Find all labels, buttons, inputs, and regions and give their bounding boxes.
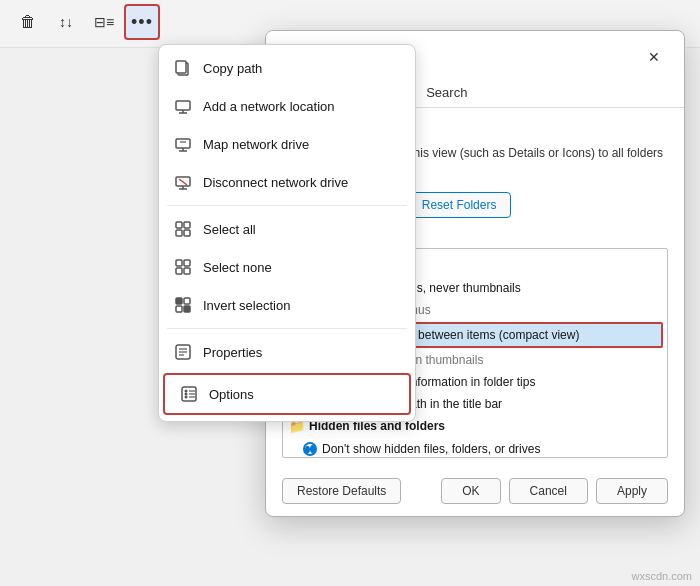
more-options-button[interactable]: ••• <box>124 4 160 40</box>
svg-rect-5 <box>176 139 190 148</box>
menu-item-select-none[interactable]: Select none <box>159 248 415 286</box>
select-none-icon <box>173 257 193 277</box>
svg-rect-18 <box>184 260 190 266</box>
svg-point-34 <box>185 396 188 399</box>
action-buttons: OK Cancel Apply <box>441 478 668 504</box>
disconnect-drive-label: Disconnect network drive <box>203 175 348 190</box>
map-drive-label: Map network drive <box>203 137 309 152</box>
ok-button[interactable]: OK <box>441 478 500 504</box>
svg-rect-2 <box>176 101 190 110</box>
properties-icon <box>173 342 193 362</box>
tree-label: Don't show hidden files, folders, or dri… <box>322 440 540 458</box>
svg-rect-16 <box>184 230 190 236</box>
select-none-label: Select none <box>203 260 272 275</box>
tab-search[interactable]: Search <box>412 79 481 108</box>
select-all-icon <box>173 219 193 239</box>
svg-rect-21 <box>176 298 182 304</box>
disconnect-drive-icon <box>173 172 193 192</box>
sort-icon: ↕↓ <box>59 14 73 30</box>
svg-rect-17 <box>176 260 182 266</box>
invert-selection-icon <box>173 295 193 315</box>
svg-rect-13 <box>176 222 182 228</box>
menu-item-map-drive[interactable]: Map network drive <box>159 125 415 163</box>
svg-rect-14 <box>184 222 190 228</box>
svg-rect-20 <box>184 268 190 274</box>
options-icon <box>179 384 199 404</box>
menu-item-add-network[interactable]: Add a network location <box>159 87 415 125</box>
invert-selection-label: Invert selection <box>203 298 290 313</box>
copy-path-icon <box>173 58 193 78</box>
sort-button[interactable]: ↕↓ <box>48 4 84 40</box>
menu-item-invert-selection[interactable]: Invert selection <box>159 286 415 324</box>
properties-label: Properties <box>203 345 262 360</box>
svg-point-30 <box>185 390 188 393</box>
dropdown-menu: Copy path Add a network location Map net… <box>158 44 416 422</box>
layout-icon: ⊟≡ <box>94 14 114 30</box>
delete-icon: 🗑 <box>20 13 36 31</box>
menu-item-copy-path[interactable]: Copy path <box>159 49 415 87</box>
radio-dont-show[interactable] <box>303 442 317 456</box>
options-label: Options <box>209 387 254 402</box>
toolbar: 🗑 ↕↓ ⊟≡ ••• <box>10 4 160 40</box>
svg-rect-23 <box>176 306 182 312</box>
select-all-label: Select all <box>203 222 256 237</box>
menu-divider-2 <box>167 328 407 329</box>
restore-defaults-button[interactable]: Restore Defaults <box>282 478 401 504</box>
svg-rect-19 <box>176 268 182 274</box>
reset-folders-button[interactable]: Reset Folders <box>407 192 512 218</box>
menu-item-select-all[interactable]: Select all <box>159 210 415 248</box>
menu-item-properties[interactable]: Properties <box>159 333 415 371</box>
layout-button[interactable]: ⊟≡ <box>86 4 122 40</box>
radio-dot <box>305 446 310 453</box>
add-network-icon <box>173 96 193 116</box>
copy-path-label: Copy path <box>203 61 262 76</box>
svg-rect-1 <box>176 61 186 73</box>
dialog-close-button[interactable]: ✕ <box>640 43 668 71</box>
menu-item-options[interactable]: Options <box>163 373 411 415</box>
menu-item-disconnect-drive[interactable]: Disconnect network drive <box>159 163 415 201</box>
map-drive-icon <box>173 134 193 154</box>
svg-rect-24 <box>184 306 190 312</box>
svg-rect-15 <box>176 230 182 236</box>
svg-point-32 <box>185 393 188 396</box>
watermark: wxscdn.com <box>631 570 692 582</box>
menu-divider-1 <box>167 205 407 206</box>
tree-item-dont-show-hidden[interactable]: Don't show hidden files, folders, or dri… <box>283 438 667 458</box>
cancel-button[interactable]: Cancel <box>509 478 588 504</box>
delete-button[interactable]: 🗑 <box>10 4 46 40</box>
apply-button[interactable]: Apply <box>596 478 668 504</box>
svg-rect-22 <box>184 298 190 304</box>
svg-line-12 <box>179 179 187 185</box>
add-network-label: Add a network location <box>203 99 335 114</box>
more-icon: ••• <box>131 12 153 33</box>
dialog-footer: Restore Defaults OK Cancel Apply <box>266 470 684 516</box>
